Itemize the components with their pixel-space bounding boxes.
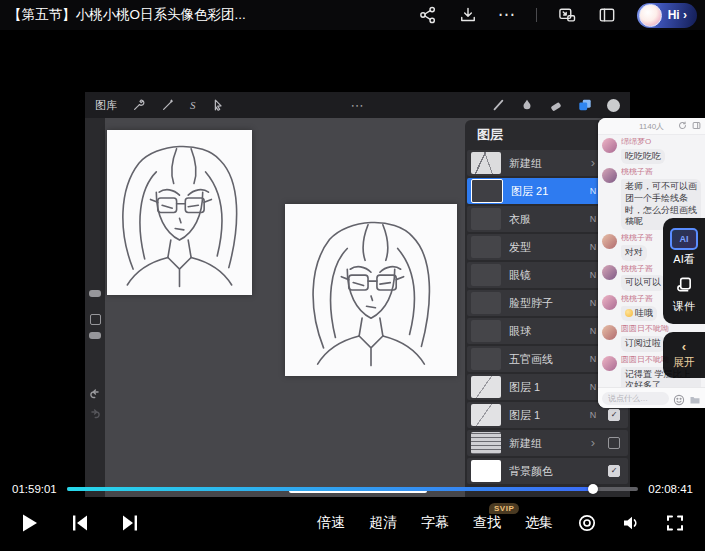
smudge-icon xyxy=(520,98,534,112)
chat-message: 绵绵梦O 吃吃吃吃 xyxy=(602,138,701,164)
settings-ring-icon[interactable] xyxy=(577,513,597,533)
seek-bar[interactable] xyxy=(67,487,638,491)
courseware-book-icon xyxy=(676,276,693,297)
procreate-sidebar xyxy=(85,118,105,497)
chat-text: 哇哦 xyxy=(621,306,657,322)
layer-thumbnail xyxy=(471,432,501,454)
layer-name: 图层 1 xyxy=(509,408,578,423)
total-duration: 02:08:41 xyxy=(648,483,693,495)
layer-name: 五官画线 xyxy=(509,352,578,367)
playback-speed-button[interactable]: 倍速 xyxy=(317,514,345,532)
chat-input[interactable] xyxy=(602,392,669,405)
opacity-slider xyxy=(89,332,101,339)
titlebar-divider xyxy=(536,8,537,22)
episodes-button[interactable]: 选集 xyxy=(525,514,553,532)
fullscreen-icon[interactable] xyxy=(665,513,685,533)
quality-button[interactable]: 超清 xyxy=(369,514,397,532)
redo-icon xyxy=(88,408,102,422)
toolbar-more-icon: ⋯ xyxy=(351,98,365,113)
avatar xyxy=(639,4,662,27)
wrench-icon xyxy=(132,98,146,112)
svip-badge: SVIP xyxy=(489,503,519,514)
layer-visibility-checkbox xyxy=(608,437,620,449)
layer-name: 图层 1 xyxy=(509,380,578,395)
modify-button xyxy=(90,314,101,325)
layer-name: 背景颜色 xyxy=(509,464,578,479)
volume-icon[interactable] xyxy=(621,513,641,533)
video-frame[interactable]: 图库 S ⋯ xyxy=(0,30,705,481)
find-button[interactable]: 查找 SVIP xyxy=(473,514,501,532)
courseware-button[interactable]: 课件 xyxy=(673,276,695,314)
eraser-icon xyxy=(549,98,563,112)
procreate-app-screen: 图库 S ⋯ xyxy=(85,92,630,497)
share-icon[interactable] xyxy=(418,5,438,25)
chat-username: 桃桃子酱 xyxy=(621,234,653,243)
player-menu: 倍速 超清 字幕 查找 SVIP 选集 xyxy=(317,513,685,533)
account-button[interactable]: Hi › xyxy=(637,3,697,28)
color-swatch-icon xyxy=(607,99,620,112)
chevron-right-icon: › xyxy=(586,438,600,448)
chat-username: 桃桃子酱 xyxy=(621,265,665,274)
gallery-button: 图库 xyxy=(95,98,117,113)
emoji-picker-icon[interactable] xyxy=(673,392,685,404)
progress-row: 01:59:01 02:08:41 xyxy=(0,481,705,497)
previous-episode-icon[interactable] xyxy=(70,513,90,533)
layer-thumbnail xyxy=(471,348,501,370)
ai-watch-button[interactable]: AI AI看 xyxy=(670,228,698,267)
brush-icon xyxy=(491,98,505,112)
layer-thumbnail xyxy=(471,208,501,230)
avatar xyxy=(602,138,617,153)
folder-icon[interactable] xyxy=(689,392,701,404)
layer-thumbnail xyxy=(471,404,501,426)
avatar xyxy=(602,295,617,310)
avatar xyxy=(602,168,617,183)
chat-text: 可以可以 xyxy=(621,275,665,291)
layer-thumbnail xyxy=(471,320,501,342)
next-episode-icon[interactable] xyxy=(120,513,140,533)
expand-button[interactable]: ‹ 展开 xyxy=(673,340,695,370)
titlebar-actions: ⋯ Hi › xyxy=(418,3,697,28)
chat-username: 桃桃子酱 xyxy=(621,295,657,304)
layer-name: 衣服 xyxy=(509,212,578,227)
procreate-toolbar: 图库 S ⋯ xyxy=(85,92,630,118)
layer-visibility-checkbox xyxy=(608,465,620,477)
avatar xyxy=(602,356,617,371)
layer-thumbnail xyxy=(471,376,501,398)
online-count: 1140人 xyxy=(639,121,664,132)
play-icon[interactable] xyxy=(20,513,40,533)
ai-watch-label: AI看 xyxy=(673,252,694,267)
layer-thumbnail xyxy=(471,179,503,203)
side-panel-icon[interactable] xyxy=(597,5,617,25)
refresh-icon[interactable] xyxy=(678,121,687,130)
subtitles-button[interactable]: 字幕 xyxy=(421,514,449,532)
emoji-icon xyxy=(625,309,633,317)
video-player-window: 【第五节】小桃小桃O日系头像色彩团... ⋯ Hi › xyxy=(0,0,705,551)
avatar xyxy=(602,234,617,249)
chevron-left-icon: ‹ xyxy=(682,340,686,353)
canvas-artwork-center xyxy=(285,204,457,376)
more-menu-icon[interactable]: ⋯ xyxy=(498,5,516,25)
blend-mode-badge: N xyxy=(586,410,600,420)
player-controls: 倍速 超清 字幕 查找 SVIP 选集 xyxy=(0,500,705,546)
side-tools-strip: AI AI看 课件 xyxy=(663,218,705,324)
brush-size-slider xyxy=(89,290,101,297)
layer-name: 眼镜 xyxy=(509,268,578,283)
download-icon[interactable] xyxy=(458,5,478,25)
picture-in-picture-icon[interactable] xyxy=(557,5,577,25)
chat-username: 圆圆日不呲呦 xyxy=(621,325,669,334)
seek-knob[interactable] xyxy=(588,484,598,494)
layer-name: 图层 21 xyxy=(511,184,578,199)
pin-panel-icon[interactable] xyxy=(692,121,701,130)
layers-panel-icon xyxy=(578,98,592,112)
layer-thumbnail xyxy=(471,292,501,314)
account-label: Hi › xyxy=(668,8,687,22)
window-titlebar: 【第五节】小桃小桃O日系头像色彩团... ⋯ Hi › xyxy=(0,0,705,30)
lineart-sketch xyxy=(285,204,457,376)
selection-icon: S xyxy=(190,99,196,111)
procreate-toolbar-right xyxy=(491,98,620,112)
layer-name: 脸型脖子 xyxy=(509,296,578,311)
chat-text: 订阅过啦 xyxy=(621,336,665,352)
chat-input-bar xyxy=(598,387,705,408)
ai-screen-icon: AI xyxy=(670,228,698,250)
chat-text: 对对 xyxy=(621,245,647,261)
